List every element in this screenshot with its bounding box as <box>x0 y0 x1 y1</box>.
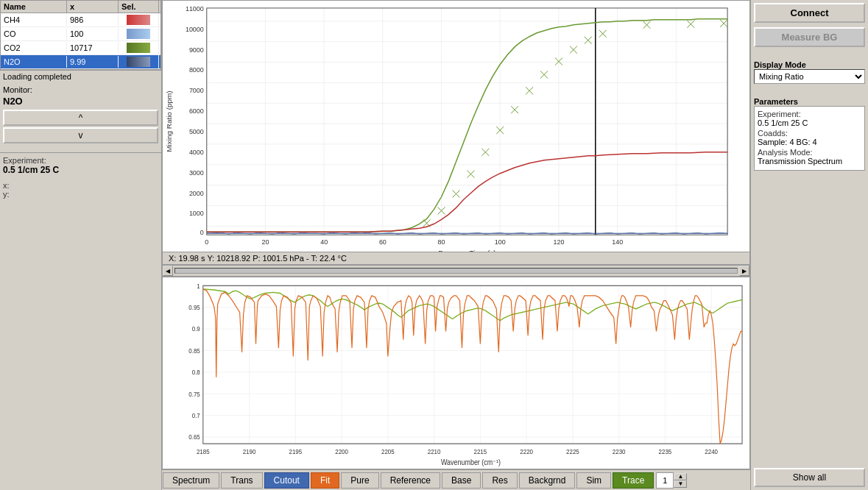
tab-spectrum[interactable]: Spectrum <box>163 472 219 489</box>
scroll-right-button[interactable]: ▶ <box>739 266 749 276</box>
svg-text:5000: 5000 <box>189 128 204 135</box>
experiment-value: 0.5 1/cm 25 C <box>3 165 158 175</box>
svg-text:0.8: 0.8 <box>192 369 200 377</box>
svg-text:2220: 2220 <box>520 447 533 455</box>
trace-stepper[interactable]: ▲ ▼ <box>674 473 687 488</box>
svg-text:100: 100 <box>495 238 506 246</box>
stepper-down[interactable]: ▼ <box>674 480 687 488</box>
svg-text:2225: 2225 <box>566 447 579 455</box>
spectrum-chart: 1 0.95 0.9 0.85 0.8 0.75 0.7 0.65 2185 2… <box>162 277 750 469</box>
analysis-value: Transmission Spectrum <box>758 157 842 166</box>
svg-text:2205: 2205 <box>381 447 395 455</box>
svg-text:2000: 2000 <box>189 190 204 197</box>
mixing-ratio-svg: 11000 10000 9000 8000 7000 6000 5000 400… <box>163 1 749 264</box>
svg-text:3000: 3000 <box>189 169 204 177</box>
tab-fit[interactable]: Fit <box>311 472 339 489</box>
svg-rect-0 <box>163 1 749 264</box>
chart-coordinates: X: 19.98 s Y: 10218.92 P: 1001.5 hPa - T… <box>169 254 347 263</box>
tab-base[interactable]: Base <box>442 472 481 489</box>
monitor-up-button[interactable]: ^ <box>3 110 158 126</box>
status-bar: Loading completed <box>0 70 161 82</box>
svg-text:4000: 4000 <box>189 149 204 156</box>
spectrum-svg: 1 0.95 0.9 0.85 0.8 0.75 0.7 0.65 2185 2… <box>163 277 749 469</box>
svg-text:0.95: 0.95 <box>188 304 200 312</box>
svg-text:2215: 2215 <box>474 447 487 455</box>
svg-text:0.85: 0.85 <box>188 347 200 355</box>
trace-stepper-container: ▲ ▼ <box>656 472 687 489</box>
svg-text:Mixing Ratio (ppm): Mixing Ratio (ppm) <box>165 90 173 152</box>
svg-text:7000: 7000 <box>189 87 204 94</box>
svg-text:2185: 2185 <box>197 447 210 455</box>
tab-trans[interactable]: Trans <box>221 472 262 489</box>
x-label: x: <box>3 181 158 190</box>
experiment-area: Experiment: 0.5 1/cm 25 C <box>0 152 161 178</box>
table-row[interactable]: CO 100 <box>1 27 160 41</box>
svg-text:6000: 6000 <box>189 107 204 115</box>
cell-name: CH4 <box>1 14 67 26</box>
cell-x: 100 <box>67 28 119 40</box>
analysis-param: Analysis Mode: Transmission Spectrum <box>758 148 861 166</box>
col-header-name: Name <box>1 1 67 13</box>
trace-number-input[interactable] <box>656 472 674 489</box>
y-label: y: <box>3 190 158 199</box>
table-row[interactable]: CH4 986 <box>1 13 160 27</box>
tab-res[interactable]: Res <box>482 472 517 489</box>
cell-name: N2O <box>1 56 67 68</box>
cell-name: CO <box>1 28 67 40</box>
svg-text:1: 1 <box>197 282 200 290</box>
analysis-label: Analysis Mode: <box>758 148 813 157</box>
svg-text:0.7: 0.7 <box>192 412 200 420</box>
coadds-value: Sample: 4 BG: 4 <box>758 138 817 146</box>
display-mode-label: Display Mode <box>754 60 865 69</box>
svg-text:2195: 2195 <box>289 447 302 455</box>
color-indicator <box>127 29 150 39</box>
svg-text:Wavenumber (cm⁻¹): Wavenumber (cm⁻¹) <box>441 458 501 467</box>
table-row[interactable]: CO2 10717 <box>1 41 160 55</box>
experiment-param-value: 0.5 1/cm 25 C <box>758 118 808 127</box>
display-mode-select[interactable]: Mixing Ratio Absorbance Transmission <box>754 69 865 84</box>
scroll-track[interactable] <box>174 268 738 274</box>
svg-text:8000: 8000 <box>189 66 204 74</box>
tab-sim[interactable]: Sim <box>576 472 611 489</box>
cell-name: CO2 <box>1 42 67 54</box>
cell-x: 9.99 <box>67 56 119 68</box>
mixing-ratio-chart: 11000 10000 9000 8000 7000 6000 5000 400… <box>162 0 750 265</box>
cell-sel <box>119 27 159 40</box>
show-all-button[interactable]: Show all <box>754 468 865 487</box>
stepper-up[interactable]: ▲ <box>674 473 687 480</box>
svg-text:10000: 10000 <box>186 26 204 33</box>
tab-bar: Spectrum Trans Cutout Fit Pure Reference… <box>162 469 750 490</box>
chart-status-bar: X: 19.98 s Y: 10218.92 P: 1001.5 hPa - T… <box>163 252 749 264</box>
connect-button[interactable]: Connect <box>754 3 865 23</box>
tab-reference[interactable]: Reference <box>381 472 440 489</box>
scroll-left-button[interactable]: ◀ <box>163 266 173 276</box>
left-panel: Name x Sel. CH4 986 CO 100 <box>0 0 162 490</box>
measure-bg-button[interactable]: Measure BG <box>754 27 865 47</box>
horizontal-scrollbar[interactable]: ◀ ▶ <box>162 265 750 277</box>
svg-text:0.65: 0.65 <box>188 433 200 441</box>
svg-text:2190: 2190 <box>243 447 256 455</box>
cell-sel <box>119 41 159 54</box>
svg-text:2200: 2200 <box>335 447 348 455</box>
svg-text:2235: 2235 <box>659 447 672 455</box>
col-header-x: x <box>67 1 119 13</box>
tab-pure[interactable]: Pure <box>341 472 378 489</box>
coadds-label: Coadds: <box>758 129 788 138</box>
svg-text:60: 60 <box>379 238 387 246</box>
svg-text:140: 140 <box>612 238 623 246</box>
tab-trace[interactable]: Trace <box>613 472 654 489</box>
tab-backgrnd[interactable]: Backgrnd <box>519 472 576 489</box>
table-row-selected[interactable]: N2O 9.99 <box>1 55 160 69</box>
params-box: Experiment: 0.5 1/cm 25 C Coadds: Sample… <box>754 106 865 171</box>
svg-text:0: 0 <box>200 229 204 236</box>
svg-text:9000: 9000 <box>189 46 204 54</box>
svg-text:40: 40 <box>320 238 328 246</box>
svg-text:1000: 1000 <box>189 210 204 217</box>
display-mode-section: Display Mode Mixing Ratio Absorbance Tra… <box>754 57 865 84</box>
svg-text:0.9: 0.9 <box>192 325 200 333</box>
cell-sel <box>119 13 159 26</box>
svg-text:20: 20 <box>261 238 269 246</box>
monitor-down-button[interactable]: v <box>3 127 158 143</box>
color-indicator <box>127 15 150 25</box>
tab-cutout[interactable]: Cutout <box>264 472 309 489</box>
